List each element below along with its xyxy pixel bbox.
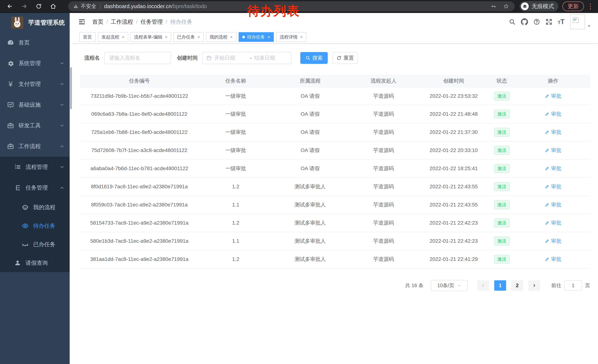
sidebar-item-label: 任务管理 — [25, 184, 48, 192]
hamburger-icon[interactable] — [77, 17, 87, 27]
sidebar-scrollbar-thumb[interactable] — [70, 67, 72, 109]
browser-menu-icon[interactable]: ⋮ — [587, 3, 594, 10]
cell-task-id: 73211d9d-7b9b-11ec-b5b7-acde48001122 — [80, 93, 199, 99]
caret-down-icon[interactable] — [587, 24, 591, 28]
breadcrumb-separator: / — [166, 19, 167, 25]
sidebar-item-done-task[interactable]: 已办任务 — [0, 235, 72, 254]
sidebar-item-payment[interactable]: ¥支付管理 — [0, 74, 72, 94]
approve-link[interactable]: 审批 — [545, 201, 561, 208]
help-icon[interactable] — [531, 13, 543, 31]
sidebar-item-devtools[interactable]: 研发工具 — [0, 115, 72, 136]
close-icon[interactable]: × — [198, 35, 200, 39]
cell-status: 激活 — [488, 146, 516, 155]
tab-发起流程[interactable]: 发起流程× — [98, 32, 128, 42]
approve-link[interactable]: 审批 — [545, 183, 561, 190]
page-button-2[interactable]: 2 — [511, 280, 523, 291]
tab-流程表单-编辑[interactable]: 流程表单-编辑× — [130, 32, 171, 42]
column-header: 创建时间 — [420, 77, 488, 84]
close-icon[interactable]: × — [165, 35, 167, 39]
close-icon[interactable]: × — [267, 35, 270, 39]
font-size-icon[interactable]: TT — [555, 13, 567, 31]
security-label[interactable]: 不安全 — [81, 3, 96, 10]
edit-icon — [545, 239, 549, 243]
breadcrumb-item[interactable]: 工作流程 — [111, 18, 133, 26]
search-icon[interactable] — [506, 13, 518, 31]
chevron-down-icon — [457, 283, 461, 288]
sidebar-item-infra[interactable]: 基础设施 — [0, 94, 72, 115]
sidebar-item-workflow[interactable]: 工作流程 — [0, 136, 72, 157]
breadcrumb-item[interactable]: 首页 — [92, 18, 103, 26]
process-name-label: 流程名 — [84, 54, 100, 61]
sidebar-scrollbar-track — [70, 13, 72, 364]
tab-label: 流程详情 — [280, 34, 298, 40]
sidebar-item-my-process[interactable]: 我的流程 — [0, 198, 72, 217]
start-date-placeholder[interactable]: 开始日期 — [214, 54, 247, 61]
github-icon[interactable] — [518, 13, 531, 31]
column-header: 任务名称 — [199, 77, 273, 84]
sidebar-item-home[interactable]: 首页 — [0, 32, 72, 53]
cell-status: 激活 — [488, 218, 516, 227]
tab-我的流程[interactable]: 我的流程× — [206, 32, 236, 42]
process-name-input[interactable] — [104, 52, 171, 64]
cell-task-id: 75d72608-7b7f-11ec-a3c8-acde48001122 — [80, 147, 199, 153]
sidebar-item-process-mgmt[interactable]: 流程管理 — [0, 157, 72, 177]
avatar[interactable] — [570, 15, 585, 29]
reload-icon[interactable] — [34, 2, 43, 11]
prev-page-button[interactable] — [477, 280, 489, 291]
close-icon[interactable]: × — [122, 35, 125, 39]
approve-link[interactable]: 审批 — [545, 147, 561, 154]
next-page-button[interactable] — [528, 280, 540, 291]
breadcrumb-item[interactable]: 任务管理 — [141, 18, 163, 26]
cell-task-id: 381aa1dd-7ac8-11ec-a9e2-a2380e71991a — [80, 256, 199, 262]
tab-已办任务[interactable]: 已办任务× — [173, 32, 204, 42]
close-icon[interactable]: × — [230, 35, 233, 39]
url-host[interactable]: dashboard.yudao.iocoder.cn — [104, 3, 172, 9]
page-size-select[interactable]: 10条/页 — [431, 280, 468, 291]
cell-starter: 芋道源码 — [347, 93, 420, 100]
sidebar-logo[interactable]: 芋道管理系统 — [0, 13, 72, 32]
goto-page-input[interactable] — [564, 280, 582, 291]
cell-starter: 芋道源码 — [347, 165, 420, 172]
date-range-picker[interactable]: 开始日期 - 结束日期 — [202, 52, 291, 64]
reset-button[interactable]: 重置 — [332, 52, 358, 64]
home-icon[interactable] — [49, 2, 58, 11]
tab-label: 我的流程 — [210, 34, 227, 40]
approve-link[interactable]: 审批 — [545, 219, 561, 226]
approve-link-label: 审批 — [551, 219, 561, 226]
sidebar-item-todo-task[interactable]: 待办任务 — [0, 217, 72, 235]
approve-link[interactable]: 审批 — [545, 93, 561, 100]
navbar: 首页/工作流程/任务管理/待办任务 TT — [72, 13, 598, 31]
tab-流程详情[interactable]: 流程详情× — [276, 32, 307, 42]
cell-task-name: 1.2 — [199, 184, 273, 190]
approve-link[interactable]: 审批 — [545, 238, 561, 245]
breadcrumb-item: 待办任务 — [170, 18, 192, 26]
cell-create-time: 2022-01-21 22:42:23 — [420, 220, 488, 226]
sidebar-item-leave-query[interactable]: 请假查询 — [0, 254, 72, 272]
logo-image — [11, 16, 23, 29]
tab-首页[interactable]: 首页 — [79, 32, 96, 42]
sidebar-item-system[interactable]: 系统管理 — [0, 53, 72, 74]
approve-link[interactable]: 审批 — [545, 165, 561, 172]
close-icon[interactable]: × — [300, 35, 303, 39]
tab-待办任务[interactable]: 待办任务× — [239, 32, 274, 42]
approve-link[interactable]: 审批 — [545, 129, 561, 136]
back-icon[interactable] — [5, 2, 15, 11]
approve-link[interactable]: 审批 — [545, 111, 561, 118]
eye-closed-icon — [21, 240, 29, 249]
cell-action: 审批 — [516, 147, 590, 154]
browser-update-button[interactable]: 更新 — [562, 1, 584, 11]
forward-icon[interactable] — [20, 2, 29, 11]
bookmark-star-icon[interactable] — [502, 3, 510, 10]
sidebar-item-task-mgmt[interactable]: 任务管理 — [0, 177, 72, 198]
password-key-icon[interactable] — [490, 3, 497, 10]
end-date-placeholder[interactable]: 结束日期 — [254, 54, 287, 61]
status-badge: 激活 — [494, 164, 510, 173]
url-path[interactable]: /bpm/task/todo — [172, 3, 207, 9]
breadcrumb-separator: / — [106, 19, 108, 25]
search-button[interactable]: 搜索 — [300, 52, 328, 64]
cell-task-id: 725a1eb6-7b88-11ec-8ef0-acde48001122 — [80, 129, 199, 135]
page-button-1[interactable]: 1 — [494, 280, 506, 291]
fullscreen-icon[interactable] — [543, 13, 555, 31]
approve-link[interactable]: 审批 — [545, 256, 561, 263]
approve-link-label: 审批 — [551, 111, 561, 118]
